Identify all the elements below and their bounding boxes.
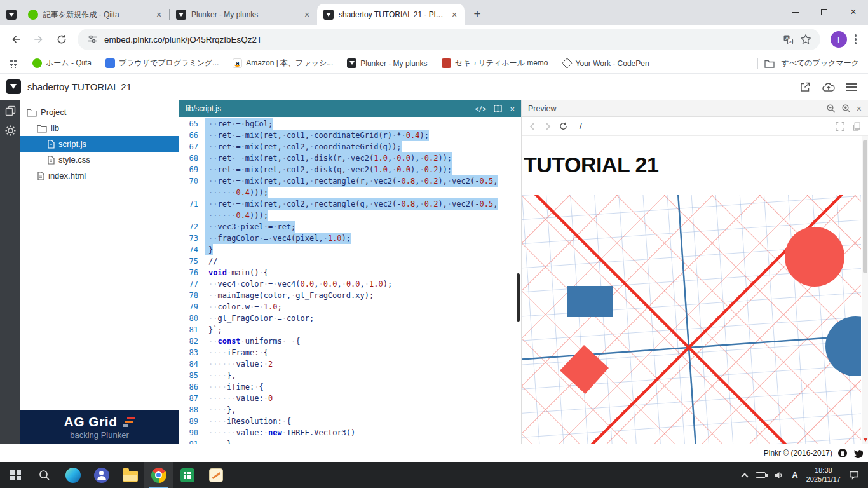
cloud-upload-icon[interactable] bbox=[822, 82, 835, 92]
taskbar-clock[interactable]: 18:38 2025/11/17 bbox=[806, 466, 841, 484]
bookmark-item[interactable]: Plunker - My plunks bbox=[347, 58, 427, 68]
code-line[interactable]: ······0.4))); bbox=[179, 210, 521, 221]
bookmark-item[interactable]: ホーム - Qiita bbox=[32, 58, 92, 69]
zoom-in-icon[interactable] bbox=[841, 104, 851, 114]
bookmark-star-icon[interactable] bbox=[800, 34, 811, 45]
code-line[interactable]: 87······value:·0 bbox=[179, 393, 521, 404]
browser-tab-qiita[interactable]: 記事を新規作成 - Qiita × bbox=[22, 4, 169, 25]
code-line[interactable]: ······0.4))); bbox=[179, 187, 521, 198]
preview-reload-icon[interactable] bbox=[559, 121, 568, 131]
taskbar-search-button[interactable] bbox=[30, 462, 58, 488]
code-line[interactable]: 72··vec3·pixel·=·ret; bbox=[179, 221, 521, 233]
tree-item-scriptjs[interactable]: script.js bbox=[20, 136, 179, 152]
zoom-out-icon[interactable] bbox=[826, 104, 836, 114]
code-lines[interactable]: 65··ret·=·bgCol;66··ret·=·mix(ret,·col1,… bbox=[179, 117, 521, 444]
apps-grid-icon[interactable] bbox=[9, 58, 18, 68]
browser-tab-plunks[interactable]: Plunker - My plunks × bbox=[170, 4, 317, 25]
code-line[interactable]: 66··ret·=·mix(ret,·col1,·coordinateGrid(… bbox=[179, 130, 521, 141]
file-explorer-button[interactable] bbox=[116, 462, 144, 488]
preview-back-icon[interactable] bbox=[528, 122, 537, 131]
code-line[interactable]: 84······value:·2 bbox=[179, 358, 521, 370]
shader-canvas[interactable] bbox=[522, 195, 861, 444]
site-settings-icon[interactable] bbox=[86, 34, 98, 45]
code-view-icon[interactable]: </> bbox=[475, 105, 486, 112]
code-line[interactable]: 69··ret·=·mix(ret,·col2,·disk(q,·vec2(1.… bbox=[179, 164, 521, 175]
preview-scrollbar[interactable] bbox=[862, 136, 868, 444]
browser-tab-active[interactable]: shadertoy TUTORIAL 21 - Plunk × bbox=[317, 4, 465, 25]
close-preview-icon[interactable]: × bbox=[857, 104, 862, 113]
code-line[interactable]: 82··const·uniforms·=·{ bbox=[179, 336, 521, 347]
code-line[interactable]: 78··mainImage(color,·gl_FragCoord.xy); bbox=[179, 290, 521, 301]
tab-close-icon[interactable]: × bbox=[154, 10, 164, 20]
profile-avatar[interactable]: I bbox=[831, 31, 847, 48]
copy-pages-icon[interactable] bbox=[851, 121, 862, 132]
close-button[interactable]: × bbox=[839, 0, 868, 24]
translate-icon[interactable]: Aa bbox=[783, 34, 794, 45]
fullscreen-icon[interactable] bbox=[835, 121, 845, 132]
code-line[interactable]: 77··vec4·color·=·vec4(0.0,·0.0,·0.0,·1.0… bbox=[179, 278, 521, 290]
external-link-icon[interactable] bbox=[799, 81, 811, 93]
spreadsheet-app-button[interactable] bbox=[173, 462, 201, 488]
code-line[interactable]: 80··gl_FragColor·=·color; bbox=[179, 313, 521, 324]
code-line[interactable]: 73··fragColor·=·vec4(pixel,·1.0); bbox=[179, 233, 521, 244]
code-line[interactable]: 79··color.w·=·1.0; bbox=[179, 301, 521, 313]
tab-close-icon[interactable]: × bbox=[302, 10, 312, 20]
new-tab-button[interactable]: + bbox=[468, 5, 486, 23]
url-bar[interactable]: embed.plnkr.co/plunk/jO45RrqzIbEsQz2T Aa bbox=[78, 29, 820, 50]
speaker-icon[interactable] bbox=[774, 471, 783, 480]
tree-item-lib[interactable]: lib bbox=[20, 120, 179, 136]
url-text[interactable]: embed.plnkr.co/plunk/jO45RrqzIbEsQz2T bbox=[104, 35, 776, 44]
forward-button[interactable] bbox=[28, 29, 50, 50]
edge-button[interactable] bbox=[58, 462, 87, 488]
bookmark-item[interactable]: a Amazon | 本、ファッシ... bbox=[233, 58, 333, 69]
minimize-button[interactable] bbox=[780, 0, 810, 24]
code-line[interactable]: 90······value:·new·THREE.Vector3() bbox=[179, 427, 521, 438]
preview-path[interactable]: / bbox=[580, 121, 582, 131]
editor-scrollbar-thumb[interactable] bbox=[517, 273, 520, 322]
preview-forward-icon[interactable] bbox=[543, 122, 552, 131]
preview-content[interactable]: TUTORIAL 21 bbox=[522, 136, 868, 444]
menu-icon[interactable] bbox=[846, 83, 857, 91]
code-line[interactable]: 81}`; bbox=[179, 324, 521, 336]
battery-icon[interactable] bbox=[756, 472, 766, 478]
scroll-down-arrow-icon[interactable] bbox=[863, 438, 868, 442]
preview-scrollbar-thumb[interactable] bbox=[863, 140, 867, 273]
maximize-button[interactable] bbox=[810, 0, 839, 24]
code-line[interactable]: 75// bbox=[179, 255, 521, 267]
code-line[interactable]: 71··ret·=·mix(ret,·col2,·rectangle(q,·ve… bbox=[179, 198, 521, 210]
code-line[interactable]: 85····}, bbox=[179, 370, 521, 381]
code-line[interactable]: 67··ret·=·mix(ret,·col2,·coordinateGrid(… bbox=[179, 141, 521, 152]
code-line[interactable]: 65··ret·=·bgCol; bbox=[179, 118, 521, 130]
code-line[interactable]: 83····iFrame:·{ bbox=[179, 347, 521, 358]
tree-item-stylecss[interactable]: style.css bbox=[20, 152, 179, 168]
code-line[interactable]: 76void·main()·{ bbox=[179, 267, 521, 278]
close-editor-icon[interactable]: × bbox=[510, 105, 515, 113]
chat-app-button[interactable] bbox=[87, 462, 116, 488]
tab-search-icon[interactable] bbox=[6, 10, 17, 20]
twitter-icon[interactable] bbox=[853, 448, 863, 458]
sponsor-ad[interactable]: AG Grid backing Plunker bbox=[20, 410, 179, 444]
code-line[interactable]: 89····iResolution:·{ bbox=[179, 416, 521, 427]
docs-book-icon[interactable] bbox=[493, 104, 503, 113]
bookmark-item[interactable]: Your Work - CodePen bbox=[562, 58, 649, 68]
tree-item-indexhtml[interactable]: index.html bbox=[20, 168, 179, 184]
code-line[interactable]: 74} bbox=[179, 244, 521, 255]
bookmark-item[interactable]: セキュリティホール memo bbox=[442, 58, 548, 69]
browser-menu-icon[interactable] bbox=[855, 34, 857, 44]
back-button[interactable] bbox=[5, 29, 27, 50]
code-line[interactable]: 70··ret·=·mix(ret,·col1,·rectangle(r,·ve… bbox=[179, 175, 521, 187]
code-line[interactable]: 86····iTime:·{ bbox=[179, 381, 521, 393]
bookmark-item[interactable]: ブラウザでプログラミング... bbox=[105, 58, 219, 69]
code-line[interactable]: 68··ret·=·mix(ret,·col1,·disk(r,·vec2(1.… bbox=[179, 152, 521, 164]
ime-indicator[interactable]: A bbox=[792, 470, 797, 480]
notes-app-button[interactable] bbox=[201, 462, 230, 488]
editor-tab-header[interactable]: lib/script.js </> × bbox=[179, 100, 521, 117]
reload-button[interactable] bbox=[51, 29, 72, 50]
start-button[interactable] bbox=[1, 462, 30, 488]
all-bookmarks[interactable]: すべてのブックマーク bbox=[757, 58, 859, 69]
code-line[interactable]: 88····}, bbox=[179, 404, 521, 416]
hidden-icons-chevron-icon[interactable] bbox=[742, 473, 749, 480]
code-line[interactable]: 91····} bbox=[179, 438, 521, 444]
tab-close-icon[interactable]: × bbox=[449, 10, 459, 20]
notification-bubble-icon[interactable] bbox=[849, 470, 859, 480]
